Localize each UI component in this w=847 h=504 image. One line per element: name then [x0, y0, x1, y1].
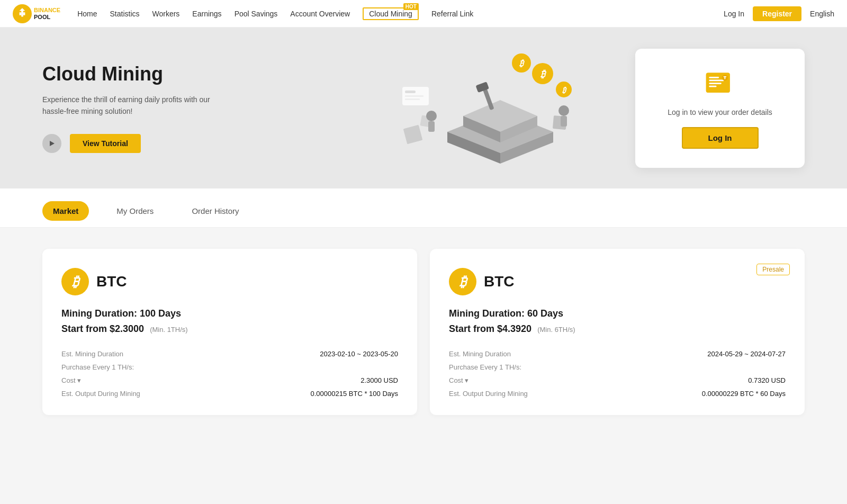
nav-cloud-mining[interactable]: HOT Cloud Mining — [363, 7, 419, 20]
detail-label: Est. Mining Duration — [61, 347, 221, 361]
svg-rect-29 — [405, 98, 420, 100]
card-1-header: ₿ BTC — [61, 268, 398, 295]
hero-login-card: Log in to view your order details Log In — [635, 49, 805, 168]
mining-card-2: Presale ₿ BTC Mining Duration: 60 Days S… — [430, 249, 805, 415]
nav-right: Log In Register English — [724, 6, 834, 21]
detail-label: Cost ▾ — [449, 374, 612, 387]
svg-rect-28 — [405, 95, 424, 97]
table-row: Cost ▾ 2.3000 USD — [61, 374, 398, 387]
btc-icon-2: ₿ — [449, 268, 476, 295]
cards-grid: ₿ BTC Mining Duration: 100 Days Start fr… — [42, 249, 805, 415]
presale-badge: Presale — [756, 264, 790, 275]
detail-label: Purchase Every 1 TH/s: — [449, 361, 612, 374]
card-2-header: ₿ BTC — [449, 268, 786, 295]
play-icon — [49, 140, 55, 147]
detail-label: Est. Mining Duration — [449, 347, 612, 361]
table-row: Est. Mining Duration 2024-05-29 ~ 2024-0… — [449, 347, 786, 361]
hero-illustration: ₿ ₿ ₿ — [312, 44, 635, 172]
nav-cloud-mining-label: Cloud Mining — [369, 10, 412, 18]
detail-value: 0.7320 USD — [612, 374, 786, 387]
detail-label: Cost ▾ — [61, 374, 221, 387]
table-row: Purchase Every 1 TH/s: — [61, 361, 398, 374]
nav-links: Home Statistics Workers Earnings Pool Sa… — [77, 7, 724, 20]
table-row: Cost ▾ 0.7320 USD — [449, 374, 786, 387]
hero-title: Cloud Mining — [42, 63, 312, 85]
nav-pool-savings[interactable]: Pool Savings — [235, 10, 278, 18]
card-1-price: Start from $2.3000 (Min. 1TH/s) — [61, 323, 398, 335]
svg-rect-19 — [403, 125, 422, 145]
svg-rect-27 — [405, 91, 416, 93]
btc-label-1: BTC — [96, 273, 127, 290]
hero-subtitle: Experience the thrill of earning daily p… — [42, 94, 222, 118]
detail-value: 0.00000215 BTC * 100 Days — [221, 387, 398, 400]
hot-badge: HOT — [403, 3, 419, 10]
mining-illustration: ₿ ₿ ₿ — [363, 47, 585, 169]
card-2-price: Start from $4.3920 (Min. 6TH/s) — [449, 323, 786, 335]
order-icon — [704, 69, 736, 98]
navbar: BINANCE POOL Home Statistics Workers Ear… — [0, 0, 847, 28]
card-2-details: Est. Mining Duration 2024-05-29 ~ 2024-0… — [449, 347, 786, 400]
detail-value: 2023-02-10 ~ 2023-05-20 — [221, 347, 398, 361]
svg-rect-37 — [724, 76, 727, 77]
nav-home[interactable]: Home — [77, 10, 97, 18]
nav-referral-link[interactable]: Referral Link — [431, 10, 473, 18]
svg-rect-23 — [428, 121, 435, 132]
detail-label: Purchase Every 1 TH/s: — [61, 361, 221, 374]
detail-label: Est. Output During Mining — [61, 387, 221, 400]
table-row: Est. Output During Mining 0.00000215 BTC… — [61, 387, 398, 400]
detail-value — [612, 361, 786, 374]
card-desc: Log in to view your order details — [652, 108, 788, 116]
svg-rect-25 — [561, 116, 567, 127]
login-link[interactable]: Log In — [724, 10, 744, 18]
detail-value: 2.3000 USD — [221, 374, 398, 387]
btc-label-2: BTC — [484, 273, 515, 290]
register-button[interactable]: Register — [753, 6, 801, 21]
svg-rect-34 — [709, 83, 721, 84]
svg-point-24 — [558, 105, 569, 116]
card-2-duration: Mining Duration: 60 Days — [449, 308, 786, 319]
nav-statistics[interactable]: Statistics — [110, 10, 139, 18]
svg-rect-35 — [709, 85, 716, 87]
nav-workers[interactable]: Workers — [152, 10, 180, 18]
cards-section: ₿ BTC Mining Duration: 100 Days Start fr… — [0, 228, 847, 436]
card-login-button[interactable]: Log In — [682, 127, 759, 149]
detail-label: Est. Output During Mining — [449, 387, 612, 400]
play-button[interactable] — [42, 134, 61, 153]
svg-point-22 — [426, 111, 437, 121]
table-row: Est. Mining Duration 2023-02-10 ~ 2023-0… — [61, 347, 398, 361]
view-tutorial-button[interactable]: View Tutorial — [70, 134, 141, 153]
svg-rect-32 — [709, 76, 719, 78]
binance-logo-icon — [13, 4, 32, 23]
tab-order-history[interactable]: Order History — [181, 201, 249, 221]
language-selector[interactable]: English — [810, 10, 834, 18]
svg-rect-38 — [724, 77, 725, 79]
tabs: Market My Orders Order History — [42, 201, 805, 227]
svg-marker-4 — [50, 141, 55, 146]
logo[interactable]: BINANCE POOL — [13, 4, 60, 23]
tab-market[interactable]: Market — [42, 201, 89, 221]
card-icon — [704, 68, 736, 100]
table-row: Purchase Every 1 TH/s: — [449, 361, 786, 374]
detail-value: 2024-05-29 ~ 2024-07-27 — [612, 347, 786, 361]
table-row: Est. Output During Mining 0.00000229 BTC… — [449, 387, 786, 400]
nav-earnings[interactable]: Earnings — [192, 10, 221, 18]
hero-buttons: View Tutorial — [42, 134, 312, 153]
detail-value — [221, 361, 398, 374]
detail-value: 0.00000229 BTC * 60 Days — [612, 387, 786, 400]
tabs-section: Market My Orders Order History — [0, 188, 847, 228]
svg-rect-2 — [20, 12, 22, 15]
svg-rect-3 — [23, 12, 25, 15]
svg-rect-33 — [709, 79, 724, 81]
card-1-details: Est. Mining Duration 2023-02-10 ~ 2023-0… — [61, 347, 398, 400]
mining-card-1: ₿ BTC Mining Duration: 100 Days Start fr… — [42, 249, 417, 415]
nav-account-overview[interactable]: Account Overview — [290, 10, 350, 18]
btc-icon-1: ₿ — [61, 268, 89, 295]
hero-section: Cloud Mining Experience the thrill of ea… — [0, 28, 847, 188]
tab-my-orders[interactable]: My Orders — [106, 201, 164, 221]
card-1-duration: Mining Duration: 100 Days — [61, 308, 398, 319]
hero-content: Cloud Mining Experience the thrill of ea… — [42, 63, 312, 154]
